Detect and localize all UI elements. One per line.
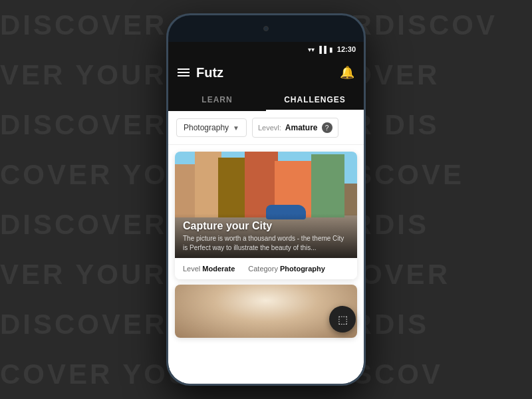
tab-bar: LEARN CHALLENGES bbox=[168, 88, 364, 111]
card-category: Category Photography bbox=[248, 265, 325, 273]
tab-challenges[interactable]: CHALLENGES bbox=[266, 88, 364, 111]
fab-button[interactable]: ⬚ bbox=[329, 306, 356, 332]
signal-icon: ▐▐ bbox=[317, 46, 327, 53]
card-overlay: Capture your City The picture is worth a… bbox=[175, 213, 357, 258]
card-level: Level Moderate bbox=[183, 265, 235, 273]
card-description: The picture is worth a thousand words - … bbox=[183, 234, 349, 253]
phone-bezel-bottom bbox=[168, 384, 364, 386]
content-area[interactable]: Photography ▼ Levevl: Amature ? bbox=[168, 111, 364, 384]
hamburger-line-2 bbox=[178, 72, 190, 73]
challenge-card-2[interactable] bbox=[175, 285, 357, 338]
card-title: Capture your City bbox=[183, 220, 349, 232]
wifi-icon: ▾▾ bbox=[308, 46, 315, 53]
card-image-wrapper: Capture your City The picture is worth a… bbox=[175, 152, 357, 258]
status-bar: ▾▾ ▐▐ ▮ 12:30 bbox=[168, 42, 364, 57]
card-footer: Level Moderate Category Photography bbox=[175, 258, 357, 279]
fab-icon: ⬚ bbox=[338, 313, 348, 326]
level-value: Amature bbox=[285, 123, 318, 132]
status-icons: ▾▾ ▐▐ ▮ bbox=[308, 46, 333, 53]
battery-icon: ▮ bbox=[329, 46, 333, 53]
hamburger-line-1 bbox=[178, 68, 190, 70]
building-2 bbox=[195, 152, 221, 217]
help-icon[interactable]: ? bbox=[322, 122, 332, 133]
bell-icon[interactable]: 🔔 bbox=[340, 65, 354, 80]
phone-camera bbox=[263, 26, 269, 31]
portrait-illustration bbox=[175, 285, 357, 338]
challenge-card-1[interactable]: Capture your City The picture is worth a… bbox=[175, 152, 357, 279]
phone-wrapper: ▾▾ ▐▐ ▮ 12:30 Futz 🔔 bbox=[166, 13, 366, 386]
building-6 bbox=[311, 154, 344, 217]
hamburger-line-3 bbox=[178, 75, 190, 76]
category-dropdown[interactable]: Photography ▼ bbox=[176, 118, 247, 137]
card2-image bbox=[175, 285, 357, 338]
filter-row: Photography ▼ Levevl: Amature ? bbox=[168, 111, 364, 145]
level-badge: Levevl: Amature ? bbox=[252, 118, 338, 138]
category-label: Photography bbox=[184, 123, 229, 132]
dropdown-arrow-icon: ▼ bbox=[233, 124, 239, 132]
level-prefix: Levevl: bbox=[258, 124, 281, 132]
content-inner: Photography ▼ Levevl: Amature ? bbox=[168, 111, 364, 338]
building-3 bbox=[218, 158, 248, 217]
app-screen: Futz 🔔 LEARN CHALLENGES bbox=[168, 57, 364, 384]
status-time: 12:30 bbox=[337, 45, 356, 53]
hamburger-menu-icon[interactable] bbox=[178, 68, 190, 76]
phone-frame: ▾▾ ▐▐ ▮ 12:30 Futz 🔔 bbox=[166, 13, 366, 386]
topbar-left: Futz bbox=[178, 65, 223, 80]
tab-learn[interactable]: LEARN bbox=[168, 88, 266, 111]
phone-bezel-top bbox=[168, 15, 364, 42]
app-topbar: Futz 🔔 bbox=[168, 57, 364, 88]
app-title: Futz bbox=[196, 65, 223, 80]
